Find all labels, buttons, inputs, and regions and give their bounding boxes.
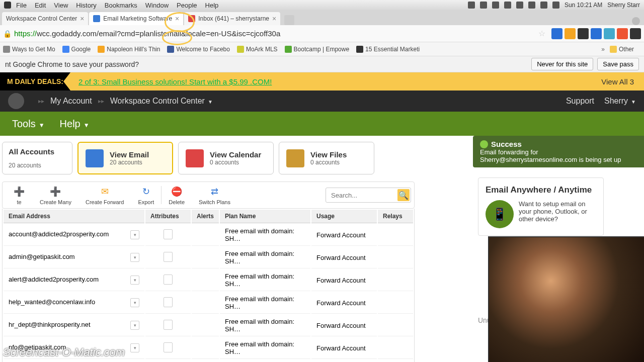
col-usage[interactable]: Usage [311,210,377,223]
card-subtitle: 0 accounts [210,159,261,166]
bookmark-other-folder[interactable]: Other [610,46,634,53]
never-for-site-button[interactable]: Never for this site [531,58,593,70]
search-button[interactable]: 🔍 [397,189,410,201]
battery-icon[interactable] [552,2,559,9]
extension-icon[interactable] [617,28,628,39]
tab-workspace[interactable]: Workspace Control Center × [2,12,88,25]
row-dropdown[interactable]: ▾ [130,298,139,307]
usage-cell: Forward Account [311,292,377,314]
export-button[interactable]: ↻Export [131,185,161,205]
extension-icon[interactable] [551,28,562,39]
volume-icon[interactable] [540,2,547,9]
bookmark-item[interactable]: MoArk MLS [237,46,278,53]
deal-link[interactable]: 2 of 3: Small Business solutions! Start … [78,77,272,86]
col-alerts[interactable]: Alerts [192,210,219,223]
create-forward-button[interactable]: ✉Create Forward [78,185,131,205]
table-row[interactable]: account@addicted2prosperity.com ▾Free em… [4,224,413,246]
save-password-button[interactable]: Save pass [597,58,639,70]
email-anywhere-panel: Email Anywhere / Anytime 📱 Want to setup… [478,177,604,236]
col-plan[interactable]: Plan Name [220,210,310,223]
bookmarks-overflow[interactable]: » [601,46,605,53]
table-row[interactable]: nfo@getipaskit.com ▾Free email with doma… [4,337,413,359]
extension-icon[interactable] [578,28,589,39]
apple-icon[interactable] [4,2,11,9]
bookmark-star-icon[interactable]: ☆ [538,29,545,38]
help-dropdown[interactable]: Help▼ [60,118,90,130]
table-row[interactable]: hr_dept@thinkprosperity.net ▾Free email … [4,315,413,336]
bookmark-item[interactable]: Napoleon Hill's Thin [98,46,160,53]
view-files-card[interactable]: View Files 0 accounts [279,142,374,174]
browser-tabs-bar: Workspace Control Center × Email Marketi… [0,10,644,25]
tab-email-marketing[interactable]: Email Marketing Software × [89,12,183,25]
menu-icon[interactable] [630,28,641,39]
user-name[interactable]: Sherry Starr [607,2,640,9]
bookmark-item[interactable]: Welcome to Facebo [167,46,230,53]
status-icon[interactable] [468,2,475,9]
close-icon[interactable]: × [175,15,179,23]
menu-view[interactable]: View [54,2,68,9]
table-row[interactable]: help_wanted@concenlaw.info ▾Free email w… [4,292,413,314]
row-dropdown[interactable]: ▾ [130,276,139,285]
menu-edit[interactable]: Edit [35,2,46,9]
bookmark-item[interactable]: Ways to Get Mo [3,46,55,53]
switch-plans-button[interactable]: ⇄Switch Plans [192,185,237,205]
workspace-dropdown[interactable]: Workspace Control Center▼ [110,97,213,106]
tabs-overflow-button[interactable] [632,17,640,25]
col-relays[interactable]: Relays [378,210,413,223]
status-icon[interactable] [516,2,523,9]
my-account-link[interactable]: My Account [50,97,92,106]
card-title: View Files [310,150,347,159]
menu-people[interactable]: People [177,2,197,9]
plan-cell: Free email with domain: SH… [220,247,310,268]
create-button[interactable]: ➕te [6,185,33,205]
address-bar: 🔒 https://wcc.godaddy.com/email?cmd=plan… [0,25,644,42]
usage-cell: Forward Account [311,269,377,291]
col-email[interactable]: Email Address [4,210,144,223]
bookmark-item[interactable]: 15 Essential Marketi [356,46,420,53]
menu-file[interactable]: File [16,2,27,9]
search-input[interactable] [327,190,397,201]
table-row[interactable]: alert@addicted2prosperity.com ▾Free emai… [4,269,413,291]
tab-inbox[interactable]: Inbox (641) – sherrystarne × [184,12,280,25]
all-accounts-card[interactable]: All Accounts 20 accounts [2,142,72,174]
plan-cell: Email Plan 3 (US) [220,360,310,362]
attribute-icon [164,229,173,239]
success-body: Email forwarding for Sherry@sherrystarne… [480,148,637,163]
status-icon[interactable] [504,2,511,9]
extension-icon[interactable] [565,28,576,39]
menu-help[interactable]: Help [205,2,219,9]
menu-window[interactable]: Window [145,2,169,9]
row-dropdown[interactable]: ▾ [130,253,139,262]
bookmark-item[interactable]: Bootcamp | Empowe [285,46,350,53]
row-dropdown[interactable]: ▾ [130,343,139,352]
view-email-card[interactable]: View Email 20 accounts [77,142,173,174]
row-dropdown[interactable]: ▾ [130,230,139,239]
godaddy-logo-icon[interactable] [8,93,24,109]
daily-deals-bar: M DAILY DEALS: 2 of 3: Small Business so… [0,72,644,90]
extension-icon[interactable] [591,28,602,39]
status-icon[interactable] [480,2,487,9]
row-dropdown[interactable]: ▾ [130,321,139,330]
status-icon[interactable] [492,2,499,9]
new-tab-button[interactable] [284,15,294,25]
bookmark-item[interactable]: Google [62,46,91,53]
tab-label: Workspace Control Center [6,15,77,22]
table-row[interactable]: nfo@sherrystarnes.com ▾Email Plan 3 (US)… [4,360,413,362]
create-many-button[interactable]: ➕Create Many [33,185,78,205]
table-row[interactable]: admin@getipaskit.com ▾Free email with do… [4,247,413,268]
close-icon[interactable]: × [80,15,84,23]
extension-icon[interactable] [604,28,615,39]
view-all-deals-link[interactable]: View All 3 [601,77,634,86]
wifi-icon[interactable] [528,2,535,9]
tools-dropdown[interactable]: Tools▼ [12,118,45,130]
close-icon[interactable]: × [272,15,276,23]
support-link[interactable]: Support [566,97,594,106]
menu-history[interactable]: History [76,2,96,9]
delete-button[interactable]: ⛔Delete [162,185,192,205]
col-attributes[interactable]: Attributes [145,210,191,223]
user-dropdown[interactable]: Sherry▼ [604,97,636,106]
url-display[interactable]: https://wcc.godaddy.com/email?cmd=planli… [14,29,534,38]
clock[interactable]: Sun 10:21 AM [565,2,602,9]
view-calendar-card[interactable]: View Calendar 0 accounts [178,142,274,174]
menu-bookmarks[interactable]: Bookmarks [105,2,137,9]
